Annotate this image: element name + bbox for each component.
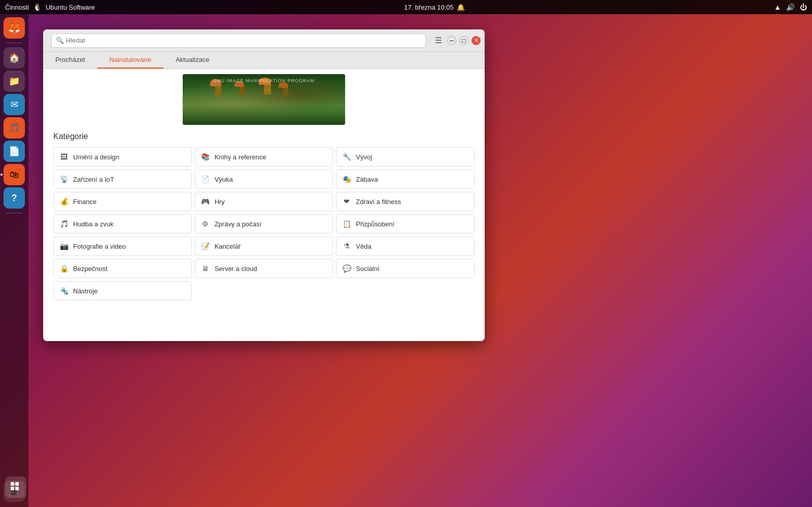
taskbar-right: ▲ 🔊 ⏻ — [774, 3, 807, 11]
ubuntu-software-label[interactable]: Ubuntu Software — [46, 4, 95, 11]
category-btn-socialni[interactable]: 💬 Sociální — [336, 259, 475, 278]
window-content: GNU IMAGE MANIPULATION PROGRAM Kategorie… — [43, 69, 485, 341]
dock-icon-firefox[interactable]: 🦊 — [4, 17, 25, 39]
category-label-finance: Finance — [73, 198, 96, 206]
category-icon-server: 🖥 — [200, 263, 211, 274]
category-icon-socialni: 💬 — [342, 263, 352, 274]
category-label-knihy: Knihy a reference — [215, 153, 266, 161]
hero-banner: GNU IMAGE MANIPULATION PROGRAM — [183, 74, 345, 125]
taskbar-center: 17. března 10:05 🔔 — [404, 4, 465, 11]
category-btn-vyvoj[interactable]: 🔧 Vývoj — [336, 147, 475, 166]
category-icon-fotografie: 📷 — [59, 241, 69, 251]
search-input[interactable] — [66, 37, 421, 44]
window-tabs: Procházet Nainstalované Aktualizace — [43, 52, 485, 69]
category-icon-prizpusobeni: 📋 — [342, 219, 352, 229]
hero-label: GNU IMAGE MANIPULATION PROGRAM — [213, 78, 315, 83]
category-btn-zdravi[interactable]: ❤ Zdraví a fitness — [336, 192, 475, 211]
category-icon-nastroje: 🔩 — [59, 286, 69, 296]
sound-icon: 🔊 — [786, 3, 795, 11]
category-btn-hudba[interactable]: 🎵 Hudba a zvuk — [53, 214, 192, 233]
category-label-zarizeni: Zařízení a IoT — [73, 176, 114, 183]
category-icon-hudba: 🎵 — [59, 219, 69, 229]
dock-icon-writer[interactable]: 📄 — [4, 141, 25, 162]
categories-grid: 🖼 Umění a design 📚 Knihy a reference 🔧 V… — [53, 147, 475, 300]
category-icon-vyuka: 📄 — [200, 174, 211, 184]
category-label-hudba: Hudba a zvuk — [73, 220, 114, 228]
category-icon-umeni: 🖼 — [59, 152, 69, 162]
category-label-umeni: Umění a design — [73, 153, 119, 161]
window-titlebar: 🔍 ☰ ─ □ ✕ — [43, 29, 485, 52]
taskbar-left: Činnosti 🐧 Ubuntu Software — [5, 3, 95, 11]
dock-icon-help[interactable]: ? — [4, 187, 25, 209]
category-btn-kancelar[interactable]: 📝 Kancelář — [195, 236, 333, 256]
category-btn-zpravy[interactable]: ⚙ Zprávy a počasí — [195, 214, 333, 233]
power-icon[interactable]: ⏻ — [800, 3, 807, 11]
category-btn-hry[interactable]: 🎮 Hry — [195, 192, 333, 211]
search-icon: 🔍 — [56, 37, 64, 44]
dock-icon-rhythmbox[interactable]: 🎵 — [4, 117, 25, 139]
svg-rect-2 — [15, 482, 19, 486]
close-button[interactable]: ✕ — [471, 36, 481, 45]
dock-icon-files[interactable]: 📁 — [4, 71, 25, 92]
category-label-vyuka: Výuka — [215, 176, 233, 183]
maximize-button[interactable]: □ — [459, 36, 468, 45]
app-window: 🔍 ☰ ─ □ ✕ Procházet Nainstalované Aktual… — [43, 29, 485, 341]
category-icon-zabava: 🎭 — [342, 174, 352, 184]
dock-icon-home[interactable]: 🏠 — [4, 47, 25, 69]
category-label-bezpecnost: Bezpečnost — [73, 265, 108, 273]
category-label-socialni: Sociální — [356, 265, 379, 273]
category-icon-vyvoj: 🔧 — [342, 152, 352, 162]
category-btn-zarizeni[interactable]: 📡 Zařízení a IoT — [53, 170, 192, 189]
wifi-icon: ▲ — [774, 3, 781, 11]
category-btn-nastroje[interactable]: 🔩 Nástroje — [53, 281, 192, 300]
category-btn-finance[interactable]: 💰 Finance — [53, 192, 192, 211]
dock-icon-mail[interactable]: ✉ — [4, 94, 25, 115]
category-icon-knihy: 📚 — [200, 152, 211, 162]
category-label-hry: Hry — [215, 198, 225, 206]
category-btn-server[interactable]: 🖥 Server a cloud — [195, 259, 333, 278]
minimize-button[interactable]: ─ — [447, 36, 456, 45]
category-icon-zarizeni: 📡 — [59, 174, 69, 184]
category-btn-prizpusobeni[interactable]: 📋 Přizpůsobení — [336, 214, 475, 233]
categories-section: Kategorie 🖼 Umění a design 📚 Knihy a ref… — [43, 128, 485, 311]
dock-separator-2 — [6, 213, 22, 213]
category-icon-hry: 🎮 — [200, 196, 211, 207]
category-icon-kancelar: 📝 — [200, 241, 211, 251]
category-label-zpravy: Zprávy a počasí — [215, 220, 262, 228]
category-icon-veda: ⚗ — [342, 241, 352, 251]
category-label-nastroje: Nástroje — [73, 287, 97, 295]
dock-icon-software[interactable]: 🛍 — [4, 164, 25, 185]
category-btn-bezpecnost[interactable]: 🔒 Bezpečnost — [53, 259, 192, 278]
menu-button[interactable]: ☰ — [433, 33, 444, 47]
tab-nainstalované[interactable]: Nainstalované — [97, 52, 163, 69]
svg-rect-1 — [11, 487, 14, 490]
category-btn-fotografie[interactable]: 📷 Fotografie a video — [53, 236, 192, 256]
categories-title: Kategorie — [53, 132, 475, 141]
datetime-label: 17. března 10:05 — [404, 4, 454, 11]
category-label-vyvoj: Vývoj — [356, 153, 372, 161]
bell-icon[interactable]: 🔔 — [457, 4, 465, 11]
svg-rect-0 — [11, 482, 14, 486]
category-btn-vyuka[interactable]: 📄 Výuka — [195, 170, 333, 189]
category-btn-veda[interactable]: ⚗ Věda — [336, 236, 475, 256]
category-btn-knihy[interactable]: 📚 Knihy a reference — [195, 147, 333, 166]
tab-procházet[interactable]: Procházet — [43, 52, 97, 69]
category-label-zabava: Zábava — [356, 176, 378, 183]
category-btn-umeni[interactable]: 🖼 Umění a design — [53, 147, 192, 166]
category-label-fotografie: Fotografie a video — [73, 243, 126, 250]
category-label-zdravi: Zdraví a fitness — [356, 198, 401, 206]
tab-aktualizace[interactable]: Aktualizace — [163, 52, 221, 69]
ubuntu-icon: 🐧 — [33, 3, 42, 11]
category-btn-zabava[interactable]: 🎭 Zábava — [336, 170, 475, 189]
search-bar[interactable]: 🔍 — [51, 33, 426, 48]
category-label-prizpusobeni: Přizpůsobení — [356, 220, 394, 228]
activities-label[interactable]: Činnosti — [5, 4, 29, 11]
category-label-veda: Věda — [356, 243, 371, 250]
dock-separator-1 — [6, 43, 22, 43]
category-label-kancelar: Kancelář — [215, 243, 241, 250]
category-icon-zpravy: ⚙ — [200, 219, 211, 229]
svg-rect-3 — [15, 487, 19, 490]
category-icon-bezpecnost: 🔒 — [59, 263, 69, 274]
apps-grid-button[interactable] — [5, 477, 26, 498]
category-label-server: Server a cloud — [215, 265, 257, 273]
